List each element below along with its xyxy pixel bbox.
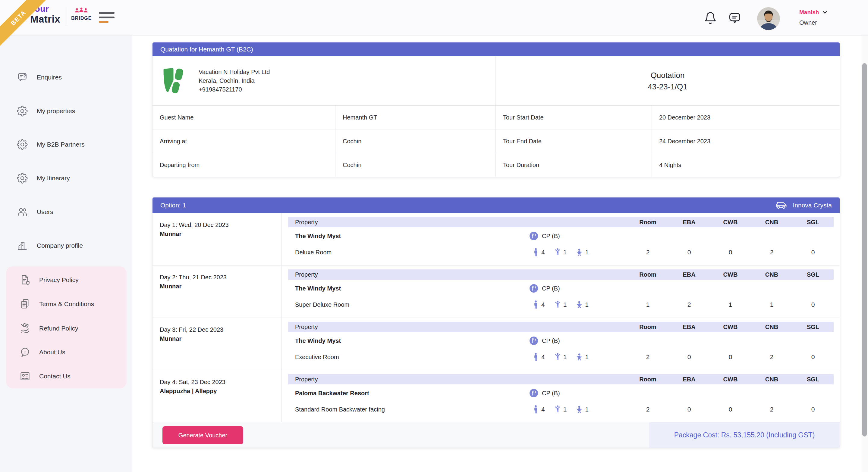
column-header: EBA (669, 376, 710, 383)
messages-chat-icon[interactable] (728, 11, 741, 25)
child-icon (554, 248, 561, 257)
user-avatar[interactable] (757, 7, 780, 30)
sidebar-item-my-b2b-partners[interactable]: My B2B Partners (17, 138, 85, 151)
generate-voucher-button[interactable]: Generate Voucher (162, 426, 243, 444)
scrollbar-thumb[interactable] (862, 63, 867, 436)
sidebar-item-label: My B2B Partners (37, 141, 85, 148)
meal-plan-label: CP (B) (542, 285, 560, 292)
info-value: Cochin (335, 129, 495, 153)
bridge-logo: BRIDGE (71, 7, 92, 21)
cnb-count: 2 (751, 353, 792, 361)
notifications-bell-icon[interactable] (704, 11, 717, 25)
cwb-count: 0 (710, 406, 751, 413)
sidebar-item-privacy-policy[interactable]: Privacy Policy (19, 273, 79, 286)
infant-icon (576, 353, 583, 361)
car-icon (775, 200, 788, 210)
adult-icon (532, 352, 539, 362)
eba-count: 0 (669, 353, 710, 361)
property-header: Property (288, 219, 627, 226)
column-header: CWB (710, 219, 751, 226)
infant-count: 1 (585, 406, 589, 413)
users-icon (17, 206, 28, 217)
option-footer: Generate Voucher Package Cost: Rs. 53,15… (153, 422, 840, 448)
logo-divider (66, 7, 66, 25)
sidebar-item-users[interactable]: Users (17, 205, 53, 218)
beta-ribbon-clip: BETA (0, 0, 53, 53)
vehicle-block: Innova Crysta (775, 200, 832, 210)
bridge-people-icon (74, 7, 88, 14)
cnb-count: 2 (751, 406, 792, 413)
company-logo (161, 67, 184, 95)
child-icon (554, 353, 561, 361)
legal-links-panel: Privacy Policy Terms & Conditions Refund… (6, 266, 127, 388)
quotation-title: Quatation for Hemanth GT (B2C) (160, 46, 253, 53)
infant-icon (576, 405, 583, 414)
quotation-number-block: Quotation 43-23-1/Q1 (495, 56, 840, 105)
property-header-strip: Property Room EBA CWB CNB SGL (288, 322, 834, 332)
column-header: Room (627, 271, 669, 278)
day-row: Day 1: Wed, 20 Dec 2023 Munnar Property … (153, 213, 840, 266)
user-menu[interactable]: Manish Owner (799, 9, 828, 26)
property-header: Property (288, 376, 627, 383)
table-row: Arriving at Cochin Tour End Date 24 Dece… (153, 129, 840, 153)
sidebar-item-refund-policy[interactable]: Refund Policy (19, 322, 79, 335)
property-header-strip: Property Room EBA CWB CNB SGL (288, 217, 834, 227)
meal-plan: CP (B) (529, 232, 560, 240)
column-header: EBA (669, 271, 710, 278)
column-header: SGL (792, 219, 834, 226)
cnb-count: 1 (751, 301, 792, 308)
guest-counts: 4 1 1 (532, 405, 589, 414)
gear-icon (17, 139, 28, 150)
sidebar-item-label: Users (37, 208, 53, 215)
sidebar-item-contact-us[interactable]: Contact Us (19, 370, 70, 383)
day-row: Day 4: Sat, 23 Dec 2023 Alappuzha | Alle… (153, 370, 840, 423)
page-scrollbar (861, 36, 868, 472)
sidebar-item-about-us[interactable]: About Us (19, 345, 65, 359)
child-count: 1 (563, 301, 567, 308)
day-location: Munnar (160, 335, 281, 342)
sidebar-item-label: Contact Us (39, 373, 70, 380)
column-header: CWB (710, 376, 751, 383)
info-label: Tour End Date (495, 129, 652, 153)
room-count: 1 (627, 301, 669, 308)
column-header: CNB (751, 376, 792, 383)
vehicle-name: Innova Crysta (793, 202, 832, 209)
meal-plan: CP (B) (529, 389, 560, 398)
child-icon (554, 300, 561, 309)
gear-icon (17, 173, 28, 183)
sidebar-item-enquires[interactable]: Enquires (17, 71, 62, 84)
quotation-card-header: Quatation for Hemanth GT (B2C) (153, 42, 840, 56)
info-value: 20 December 2023 (652, 106, 840, 129)
info-value: 24 December 2023 (652, 129, 840, 153)
topbar: BETA Tour Matrix BRIDGE (0, 0, 868, 36)
beta-ribbon: BETA (0, 0, 50, 49)
bridge-label: BRIDGE (71, 15, 92, 21)
hamburger-menu-icon[interactable] (99, 12, 115, 23)
sgl-count: 0 (792, 249, 834, 256)
room-count: 2 (627, 406, 669, 413)
option-card: Option: 1 Innova Crysta Day 1: Wed, 20 D… (152, 197, 840, 448)
building-icon (17, 240, 28, 251)
terms-documents-icon (19, 298, 31, 310)
sidebar-item-label: Privacy Policy (39, 276, 79, 283)
company-name: Vacation N Holiday Pvt Ltd (198, 68, 270, 76)
company-row: Vacation N Holiday Pvt Ltd Kerala, Cochi… (153, 56, 840, 106)
meal-plan: CP (B) (529, 284, 560, 293)
adult-count: 4 (541, 353, 545, 361)
chat-question-icon (17, 72, 28, 83)
infant-icon (576, 248, 583, 257)
sidebar-item-terms-conditions[interactable]: Terms & Conditions (19, 297, 94, 311)
info-value: 4 Nights (652, 153, 840, 177)
sidebar-item-my-itinerary[interactable]: My Itinerary (17, 172, 70, 185)
adult-count: 4 (541, 406, 545, 413)
sidebar-item-my-properties[interactable]: My properties (17, 104, 75, 118)
meal-plan-icon (529, 389, 538, 398)
infant-count: 1 (585, 353, 589, 361)
info-label: Guest Name (153, 106, 335, 129)
room-count: 2 (627, 353, 669, 361)
sidebar-item-company-profile[interactable]: Company profile (17, 239, 83, 252)
child-count: 1 (563, 249, 567, 256)
company-phone: +919847521170 (198, 85, 270, 94)
guest-counts: 4 1 1 (532, 300, 589, 309)
infant-count: 1 (585, 301, 589, 308)
